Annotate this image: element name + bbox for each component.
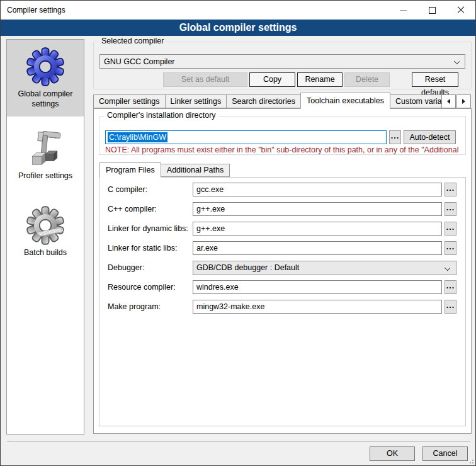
close-icon: [457, 6, 465, 14]
cpp-compiler-input[interactable]: g++.exe: [193, 202, 442, 216]
tab-scroll-right-button[interactable]: [456, 94, 471, 108]
copy-button[interactable]: Copy: [249, 72, 295, 87]
installation-directory-input[interactable]: C:\raylib\MinGW: [105, 130, 387, 144]
tab-scroll-buttons: [441, 94, 471, 108]
footer-divider: [7, 441, 470, 441]
settings-tabstrip: Compiler settings Linker settings Search…: [93, 93, 441, 109]
tab-toolchain-executables[interactable]: Toolchain executables: [300, 93, 390, 109]
make-program-label: Make program:: [108, 300, 161, 314]
bin-subdirectory-note: NOTE: All programs must exist either in …: [105, 145, 465, 154]
ok-button[interactable]: OK: [370, 446, 415, 461]
rename-button[interactable]: Rename: [297, 72, 343, 87]
compiler-settings-dialog: Compiler settings Global compiler settin…: [0, 0, 476, 466]
close-button[interactable]: [446, 1, 475, 20]
debugger-select[interactable]: GDB/CDB debugger : Default: [193, 261, 456, 275]
dynamic-linker-label: Linker for dynamic libs:: [108, 222, 188, 236]
compiler-select[interactable]: GNU GCC Compiler: [99, 54, 465, 69]
triangle-left-icon: [447, 99, 450, 104]
tab-linker-settings[interactable]: Linker settings: [165, 94, 227, 108]
static-linker-label: Linker for static libs:: [108, 241, 177, 255]
debugger-select-value: GDB/CDB debugger : Default: [196, 263, 299, 272]
cancel-button[interactable]: Cancel: [422, 446, 468, 461]
minimize-button[interactable]: [388, 1, 417, 20]
page-title: Global compiler settings: [1, 20, 475, 36]
caliper-icon: [25, 128, 65, 169]
gray-gear-stack-icon: [25, 205, 65, 246]
make-program-browse-button[interactable]: ...: [445, 300, 456, 314]
installation-directory-value: C:\raylib\MinGW: [108, 132, 167, 142]
reset-defaults-button[interactable]: Reset defaults: [412, 72, 458, 87]
resize-grip[interactable]: [467, 457, 473, 463]
resource-compiler-browse-button[interactable]: ...: [445, 280, 456, 294]
settings-category-sidebar: Global compiler settings: [6, 39, 84, 435]
dynamic-linker-browse-button[interactable]: ...: [445, 222, 456, 236]
sidebar-item-batch-builds[interactable]: Batch builds: [7, 193, 84, 270]
caption-buttons: [388, 1, 475, 20]
make-program-input[interactable]: mingw32-make.exe: [193, 300, 442, 314]
debugger-label: Debugger:: [108, 261, 144, 275]
browse-installation-directory-button[interactable]: ...: [389, 130, 401, 144]
sidebar-item-label: Profiler settings: [14, 171, 76, 181]
selected-compiler-group-label: Selected compiler: [99, 37, 166, 45]
c-compiler-input[interactable]: gcc.exe: [193, 183, 442, 196]
subtab-additional-paths[interactable]: Additional Paths: [161, 164, 230, 177]
tab-scroll-left-button[interactable]: [441, 94, 456, 108]
subtab-program-files[interactable]: Program Files: [99, 162, 161, 178]
maximize-button[interactable]: [417, 1, 446, 20]
tab-search-directories[interactable]: Search directories: [226, 94, 301, 108]
cpp-compiler-label: C++ compiler:: [108, 202, 157, 216]
static-linker-input[interactable]: ar.exe: [193, 241, 442, 255]
maximize-icon: [429, 7, 436, 14]
tab-custom-variables[interactable]: Custom variables: [390, 94, 441, 108]
cpp-compiler-browse-button[interactable]: ...: [445, 202, 456, 216]
delete-button[interactable]: Delete: [344, 72, 390, 87]
compiler-select-value: GNU GCC Compiler: [104, 57, 175, 66]
installation-directory-group-label: Compiler's installation directory: [105, 111, 218, 120]
set-as-default-button[interactable]: Set as default: [163, 72, 247, 87]
resource-compiler-label: Resource compiler:: [108, 280, 176, 294]
window-title: Compiler settings: [7, 6, 65, 14]
dynamic-linker-input[interactable]: g++.exe: [193, 222, 442, 236]
resource-compiler-input[interactable]: windres.exe: [193, 280, 442, 294]
sidebar-item-label: Batch builds: [20, 248, 71, 258]
sidebar-item-label: Global compiler settings: [7, 89, 84, 109]
chevron-down-icon: [445, 265, 450, 271]
chevron-down-icon: [454, 59, 460, 64]
titlebar: Compiler settings: [1, 1, 475, 20]
sidebar-item-profiler-settings[interactable]: Profiler settings: [7, 116, 84, 193]
minimize-icon: [400, 10, 407, 11]
sidebar-item-global-compiler-settings[interactable]: Global compiler settings: [7, 40, 84, 116]
triangle-right-icon: [462, 99, 465, 104]
c-compiler-label: C compiler:: [108, 183, 147, 196]
toolchain-subtabstrip: Program Files Additional Paths: [99, 162, 229, 178]
c-compiler-browse-button[interactable]: ...: [445, 183, 456, 196]
auto-detect-button[interactable]: Auto-detect: [404, 130, 456, 144]
static-linker-browse-button[interactable]: ...: [445, 241, 456, 255]
blue-gear-icon: [25, 47, 65, 87]
tab-compiler-settings[interactable]: Compiler settings: [93, 94, 166, 108]
